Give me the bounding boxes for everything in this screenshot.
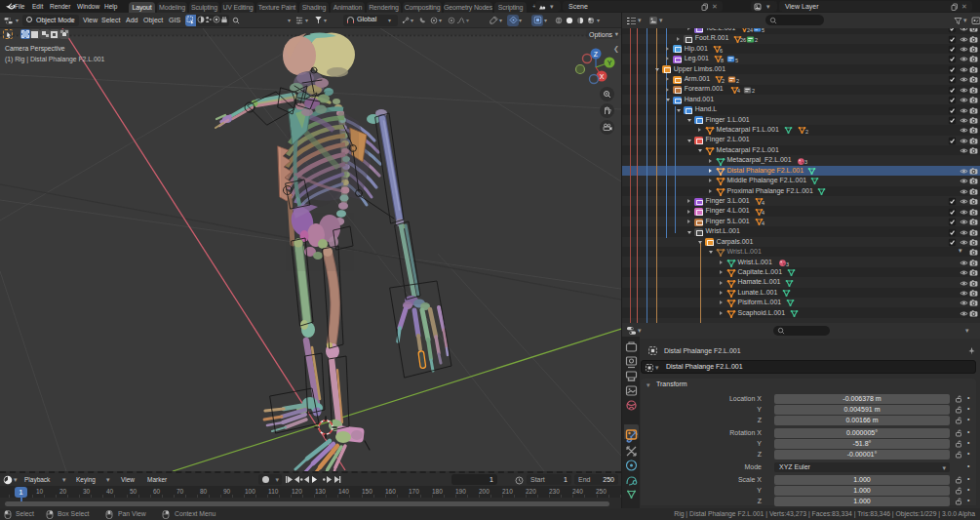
svg-text:X: X <box>600 73 605 80</box>
svg-text:Y: Y <box>608 60 612 66</box>
svg-text:Z: Z <box>594 51 599 58</box>
